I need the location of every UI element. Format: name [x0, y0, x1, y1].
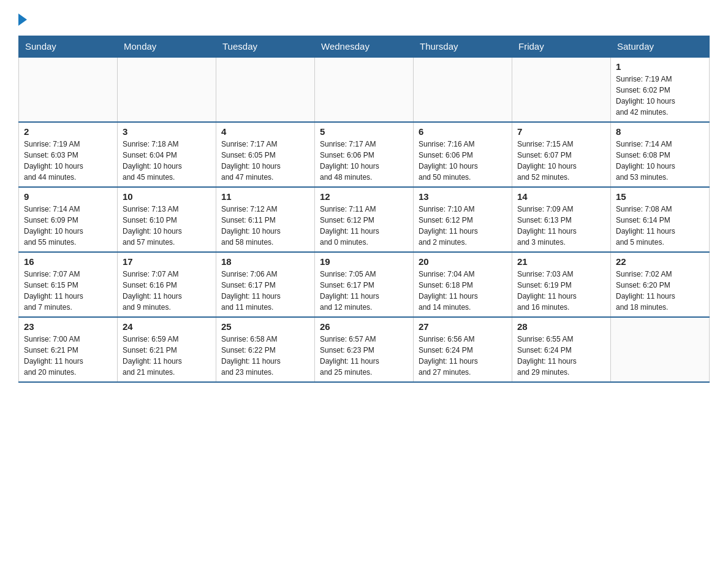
- calendar-cell: [315, 57, 414, 122]
- day-number: 15: [616, 191, 704, 202]
- day-info: Sunrise: 7:14 AM Sunset: 6:09 PM Dayligh…: [24, 204, 112, 248]
- day-info: Sunrise: 7:10 AM Sunset: 6:12 PM Dayligh…: [419, 204, 507, 248]
- calendar-cell: 25Sunrise: 6:58 AM Sunset: 6:22 PM Dayli…: [216, 317, 315, 382]
- day-info: Sunrise: 6:55 AM Sunset: 6:24 PM Dayligh…: [517, 334, 605, 378]
- weekday-header: Thursday: [414, 36, 512, 58]
- weekday-header: Saturday: [611, 36, 710, 58]
- calendar-header-row: SundayMondayTuesdayWednesdayThursdayFrid…: [19, 36, 710, 58]
- calendar-cell: 7Sunrise: 7:15 AM Sunset: 6:07 PM Daylig…: [512, 122, 611, 187]
- day-info: Sunrise: 6:58 AM Sunset: 6:22 PM Dayligh…: [221, 334, 309, 378]
- calendar-cell: 23Sunrise: 7:00 AM Sunset: 6:21 PM Dayli…: [19, 317, 118, 382]
- day-number: 2: [24, 126, 112, 137]
- calendar-cell: 20Sunrise: 7:04 AM Sunset: 6:18 PM Dayli…: [414, 252, 512, 317]
- day-info: Sunrise: 7:03 AM Sunset: 6:19 PM Dayligh…: [517, 269, 605, 313]
- day-info: Sunrise: 7:12 AM Sunset: 6:11 PM Dayligh…: [221, 204, 309, 248]
- calendar-cell: 16Sunrise: 7:07 AM Sunset: 6:15 PM Dayli…: [19, 252, 118, 317]
- weekday-header: Monday: [118, 36, 216, 58]
- page-header: [18, 12, 710, 26]
- day-number: 9: [24, 191, 112, 202]
- day-number: 26: [320, 321, 408, 332]
- day-number: 10: [123, 191, 211, 202]
- calendar-cell: 27Sunrise: 6:56 AM Sunset: 6:24 PM Dayli…: [414, 317, 512, 382]
- day-info: Sunrise: 7:09 AM Sunset: 6:13 PM Dayligh…: [517, 204, 605, 248]
- day-info: Sunrise: 7:19 AM Sunset: 6:02 PM Dayligh…: [616, 74, 704, 118]
- calendar-week-row: 1Sunrise: 7:19 AM Sunset: 6:02 PM Daylig…: [19, 57, 710, 122]
- calendar-cell: 6Sunrise: 7:16 AM Sunset: 6:06 PM Daylig…: [414, 122, 512, 187]
- calendar-cell: 2Sunrise: 7:19 AM Sunset: 6:03 PM Daylig…: [19, 122, 118, 187]
- day-number: 4: [221, 126, 309, 137]
- calendar-cell: 3Sunrise: 7:18 AM Sunset: 6:04 PM Daylig…: [118, 122, 216, 187]
- day-info: Sunrise: 7:00 AM Sunset: 6:21 PM Dayligh…: [24, 334, 112, 378]
- weekday-header: Tuesday: [216, 36, 315, 58]
- calendar-cell: 24Sunrise: 6:59 AM Sunset: 6:21 PM Dayli…: [118, 317, 216, 382]
- calendar-week-row: 23Sunrise: 7:00 AM Sunset: 6:21 PM Dayli…: [19, 317, 710, 382]
- calendar-cell: 10Sunrise: 7:13 AM Sunset: 6:10 PM Dayli…: [118, 187, 216, 252]
- calendar-cell: [19, 57, 118, 122]
- calendar-cell: 28Sunrise: 6:55 AM Sunset: 6:24 PM Dayli…: [512, 317, 611, 382]
- day-number: 14: [517, 191, 605, 202]
- day-info: Sunrise: 7:02 AM Sunset: 6:20 PM Dayligh…: [616, 269, 704, 313]
- day-info: Sunrise: 7:17 AM Sunset: 6:05 PM Dayligh…: [221, 139, 309, 183]
- day-number: 7: [517, 126, 605, 137]
- day-number: 21: [517, 256, 605, 267]
- day-number: 17: [123, 256, 211, 267]
- day-info: Sunrise: 7:18 AM Sunset: 6:04 PM Dayligh…: [123, 139, 211, 183]
- day-info: Sunrise: 7:07 AM Sunset: 6:15 PM Dayligh…: [24, 269, 112, 313]
- day-number: 22: [616, 256, 704, 267]
- day-info: Sunrise: 7:04 AM Sunset: 6:18 PM Dayligh…: [419, 269, 507, 313]
- calendar-cell: 15Sunrise: 7:08 AM Sunset: 6:14 PM Dayli…: [611, 187, 710, 252]
- day-info: Sunrise: 7:05 AM Sunset: 6:17 PM Dayligh…: [320, 269, 408, 313]
- day-number: 23: [24, 321, 112, 332]
- calendar-table: SundayMondayTuesdayWednesdayThursdayFrid…: [18, 36, 710, 383]
- day-number: 3: [123, 126, 211, 137]
- calendar-cell: 8Sunrise: 7:14 AM Sunset: 6:08 PM Daylig…: [611, 122, 710, 187]
- day-number: 28: [517, 321, 605, 332]
- logo-arrow-icon: [18, 13, 27, 26]
- day-number: 6: [419, 126, 507, 137]
- calendar-cell: 11Sunrise: 7:12 AM Sunset: 6:11 PM Dayli…: [216, 187, 315, 252]
- day-info: Sunrise: 6:59 AM Sunset: 6:21 PM Dayligh…: [123, 334, 211, 378]
- day-number: 13: [419, 191, 507, 202]
- day-number: 16: [24, 256, 112, 267]
- calendar-cell: [611, 317, 710, 382]
- day-info: Sunrise: 7:19 AM Sunset: 6:03 PM Dayligh…: [24, 139, 112, 183]
- calendar-cell: [216, 57, 315, 122]
- day-number: 20: [419, 256, 507, 267]
- day-info: Sunrise: 6:57 AM Sunset: 6:23 PM Dayligh…: [320, 334, 408, 378]
- day-number: 27: [419, 321, 507, 332]
- day-number: 19: [320, 256, 408, 267]
- day-info: Sunrise: 7:16 AM Sunset: 6:06 PM Dayligh…: [419, 139, 507, 183]
- day-number: 25: [221, 321, 309, 332]
- day-number: 8: [616, 126, 704, 137]
- day-number: 12: [320, 191, 408, 202]
- calendar-cell: 1Sunrise: 7:19 AM Sunset: 6:02 PM Daylig…: [611, 57, 710, 122]
- calendar-cell: 21Sunrise: 7:03 AM Sunset: 6:19 PM Dayli…: [512, 252, 611, 317]
- calendar-cell: [118, 57, 216, 122]
- calendar-cell: 13Sunrise: 7:10 AM Sunset: 6:12 PM Dayli…: [414, 187, 512, 252]
- weekday-header: Friday: [512, 36, 611, 58]
- calendar-cell: [414, 57, 512, 122]
- day-info: Sunrise: 7:06 AM Sunset: 6:17 PM Dayligh…: [221, 269, 309, 313]
- day-info: Sunrise: 7:15 AM Sunset: 6:07 PM Dayligh…: [517, 139, 605, 183]
- day-info: Sunrise: 7:14 AM Sunset: 6:08 PM Dayligh…: [616, 139, 704, 183]
- calendar-cell: 17Sunrise: 7:07 AM Sunset: 6:16 PM Dayli…: [118, 252, 216, 317]
- calendar-cell: 18Sunrise: 7:06 AM Sunset: 6:17 PM Dayli…: [216, 252, 315, 317]
- day-number: 11: [221, 191, 309, 202]
- calendar-cell: 14Sunrise: 7:09 AM Sunset: 6:13 PM Dayli…: [512, 187, 611, 252]
- day-number: 5: [320, 126, 408, 137]
- calendar-cell: 12Sunrise: 7:11 AM Sunset: 6:12 PM Dayli…: [315, 187, 414, 252]
- calendar-week-row: 2Sunrise: 7:19 AM Sunset: 6:03 PM Daylig…: [19, 122, 710, 187]
- calendar-cell: 22Sunrise: 7:02 AM Sunset: 6:20 PM Dayli…: [611, 252, 710, 317]
- day-info: Sunrise: 7:08 AM Sunset: 6:14 PM Dayligh…: [616, 204, 704, 248]
- calendar-cell: 9Sunrise: 7:14 AM Sunset: 6:09 PM Daylig…: [19, 187, 118, 252]
- day-info: Sunrise: 7:13 AM Sunset: 6:10 PM Dayligh…: [123, 204, 211, 248]
- day-number: 1: [616, 61, 704, 72]
- day-number: 24: [123, 321, 211, 332]
- calendar-cell: 5Sunrise: 7:17 AM Sunset: 6:06 PM Daylig…: [315, 122, 414, 187]
- day-info: Sunrise: 7:11 AM Sunset: 6:12 PM Dayligh…: [320, 204, 408, 248]
- weekday-header: Wednesday: [315, 36, 414, 58]
- logo: [18, 12, 27, 26]
- day-info: Sunrise: 7:17 AM Sunset: 6:06 PM Dayligh…: [320, 139, 408, 183]
- weekday-header: Sunday: [19, 36, 118, 58]
- day-info: Sunrise: 7:07 AM Sunset: 6:16 PM Dayligh…: [123, 269, 211, 313]
